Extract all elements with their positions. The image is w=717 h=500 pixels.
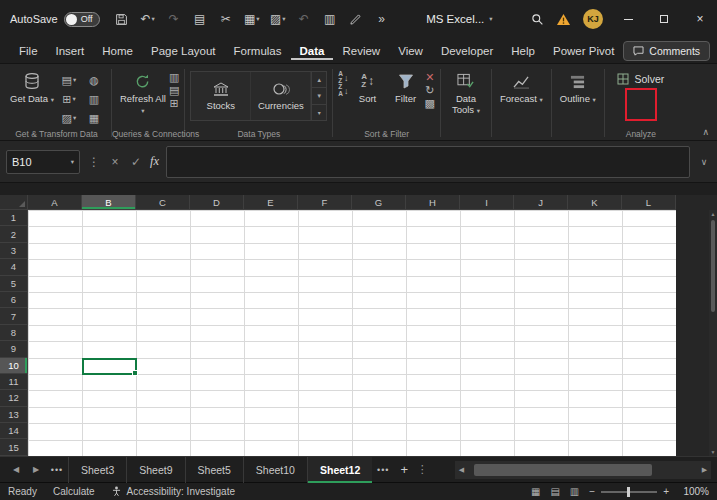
tab-help[interactable]: Help — [502, 42, 544, 60]
advanced-filter-button[interactable]: ▩ — [425, 97, 435, 110]
zoom-out-button[interactable]: − — [589, 486, 595, 497]
undo-history-button[interactable]: ↶ — [292, 6, 316, 32]
row-header-6[interactable]: 6 — [0, 292, 28, 308]
sheet-tab-sheet9[interactable]: Sheet9 — [126, 457, 184, 483]
scroll-down-icon[interactable]: ▼ — [312, 88, 326, 104]
column-header-A[interactable]: A — [28, 195, 82, 210]
undo-button[interactable]: ↶▾ — [136, 6, 160, 32]
from-table-button[interactable]: ⊞▾ — [57, 90, 81, 108]
scroll-up-icon[interactable]: ▲ — [312, 72, 326, 88]
cells-area[interactable] — [28, 210, 676, 456]
tab-formulas[interactable]: Formulas — [225, 42, 291, 60]
autosave-switch[interactable]: Off — [64, 12, 100, 27]
queries-connections-button[interactable]: ▥ — [169, 71, 179, 84]
confirm-entry-button[interactable]: ✓ — [129, 155, 143, 169]
column-header-G[interactable]: G — [352, 195, 406, 210]
column-header-I[interactable]: I — [460, 195, 514, 210]
zoom-slider-thumb[interactable] — [627, 487, 630, 497]
horizontal-scroll-thumb[interactable] — [474, 464, 652, 476]
maximize-button[interactable] — [647, 0, 681, 38]
recent-sources-button[interactable]: ▥ — [82, 90, 106, 108]
sheet-tab-sheet3[interactable]: Sheet3 — [68, 457, 126, 483]
from-web-button[interactable]: ◍ — [82, 71, 106, 89]
column-header-B[interactable]: B — [82, 195, 136, 210]
save-button[interactable] — [110, 6, 134, 32]
from-picture-button[interactable]: ▨▾ — [57, 109, 81, 127]
column-header-L[interactable]: L — [622, 195, 676, 210]
formula-input[interactable] — [166, 146, 690, 178]
row-header-12[interactable]: 12 — [0, 390, 28, 406]
horizontal-scrollbar[interactable]: ◀ ▶ — [455, 461, 711, 479]
sheet-options-button[interactable]: ⋮ — [414, 463, 430, 476]
tab-home[interactable]: Home — [93, 42, 142, 60]
column-header-K[interactable]: K — [568, 195, 622, 210]
ink-button[interactable] — [344, 6, 368, 32]
zoom-level[interactable]: 100% — [679, 486, 709, 497]
vertical-scroll-thumb[interactable] — [711, 220, 715, 312]
comments-button[interactable]: Comments — [623, 41, 710, 61]
edit-links-button[interactable]: ⊞ — [169, 97, 179, 110]
redo-button[interactable]: ↷ — [162, 6, 186, 32]
more-commands-button[interactable]: » — [370, 6, 394, 32]
reapply-filter-button[interactable]: ↻ — [425, 84, 435, 97]
scroll-right-icon[interactable]: ▶ — [698, 466, 711, 474]
expand-formula-bar-button[interactable]: ∨ — [697, 157, 711, 167]
row-header-1[interactable]: 1 — [0, 210, 28, 226]
page-layout-view-button[interactable]: ▤ — [550, 486, 559, 497]
row-header-3[interactable]: 3 — [0, 243, 28, 259]
minimize-button[interactable] — [611, 0, 645, 38]
account-avatar[interactable]: KJ — [583, 9, 603, 29]
scroll-left-icon[interactable]: ◀ — [455, 466, 468, 474]
row-header-2[interactable]: 2 — [0, 226, 28, 242]
currencies-button[interactable]: Currencies — [251, 72, 311, 120]
get-data-button[interactable]: Get Data ▾ — [7, 67, 57, 105]
column-header-H[interactable]: H — [406, 195, 460, 210]
sort-button[interactable]: AZ ↕ Sort — [349, 67, 387, 105]
normal-view-button[interactable]: ▦ — [531, 486, 540, 497]
copy-button[interactable]: ▤ — [188, 6, 212, 32]
solver-button[interactable]: Solver — [617, 73, 664, 85]
close-button[interactable]: × — [683, 0, 717, 38]
column-header-F[interactable]: F — [298, 195, 352, 210]
window-title-group[interactable]: MS Excel... ▾ — [426, 13, 492, 25]
existing-connections-button[interactable]: ▦ — [82, 109, 106, 127]
document-button[interactable]: ▥ — [318, 6, 342, 32]
stocks-button[interactable]: Stocks — [191, 72, 251, 120]
horizontal-scroll-track[interactable] — [468, 461, 698, 479]
prev-sheet-button[interactable]: ◀ — [6, 465, 26, 474]
insert-function-button[interactable]: fx — [150, 154, 159, 169]
more-sheets-left-button[interactable]: ••• — [46, 465, 68, 475]
alerts-button[interactable] — [551, 6, 575, 32]
scroll-down-icon[interactable]: ▼ — [711, 448, 716, 456]
collapse-ribbon-button[interactable]: ∧ — [702, 127, 709, 137]
more-sheets-right-button[interactable]: ••• — [372, 465, 394, 475]
gallery-scrollbar[interactable]: ▲ ▼ ▾ — [311, 72, 326, 120]
scroll-up-icon[interactable]: ▲ — [711, 210, 716, 218]
filter-button[interactable]: Filter — [387, 67, 425, 105]
search-button[interactable] — [525, 6, 549, 32]
row-header-14[interactable]: 14 — [0, 423, 28, 439]
row-header-10[interactable]: 10 — [0, 358, 28, 374]
next-sheet-button[interactable]: ▶ — [26, 465, 46, 474]
refresh-all-button[interactable]: Refresh All ▾ — [117, 67, 169, 116]
tab-insert[interactable]: Insert — [47, 42, 94, 60]
autosave-toggle[interactable]: AutoSave Off — [10, 12, 100, 27]
column-header-J[interactable]: J — [514, 195, 568, 210]
calculate-status[interactable]: Calculate — [53, 486, 95, 497]
column-header-E[interactable]: E — [244, 195, 298, 210]
sheet-tab-sheet10[interactable]: Sheet10 — [243, 457, 307, 483]
row-header-9[interactable]: 9 — [0, 341, 28, 357]
zoom-in-button[interactable]: + — [663, 486, 669, 497]
row-header-15[interactable]: 15 — [0, 439, 28, 455]
outline-button[interactable]: Outline ▾ — [557, 67, 599, 105]
column-header-C[interactable]: C — [136, 195, 190, 210]
name-box[interactable]: B10 ▾ — [6, 150, 80, 174]
row-header-13[interactable]: 13 — [0, 407, 28, 423]
accessibility-status[interactable]: Accessibility: Investigate — [111, 486, 235, 497]
sort-descending-button[interactable]: ZA ↓ — [338, 84, 348, 97]
cut-button[interactable]: ✂ — [214, 6, 238, 32]
tab-view[interactable]: View — [389, 42, 432, 60]
tab-data[interactable]: Data — [291, 42, 334, 60]
gallery-more-icon[interactable]: ▾ — [312, 105, 326, 120]
zoom-slider[interactable] — [601, 491, 657, 493]
